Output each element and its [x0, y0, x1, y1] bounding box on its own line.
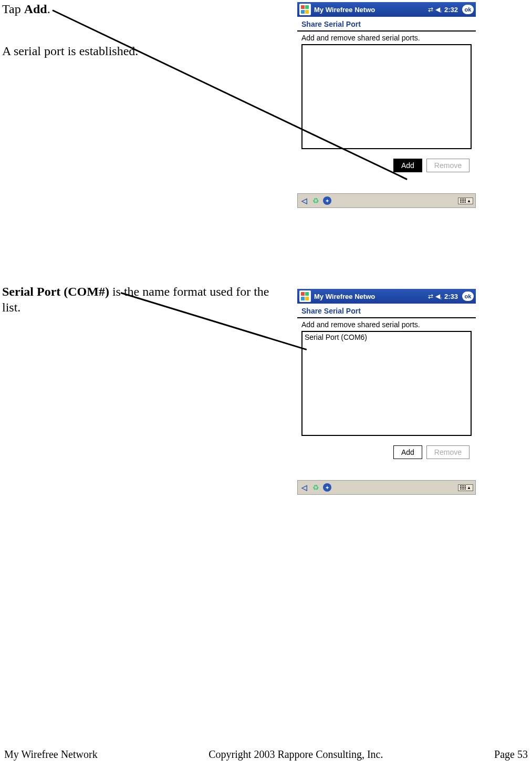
footer-left: My Wirefree Network	[4, 748, 98, 761]
pda-screenshot-1: My Wirefree Netwo ⇄ ◀꜀ 2:32 ok Share Ser…	[297, 2, 476, 208]
back-icon[interactable]: ◁	[300, 483, 308, 492]
serial-ports-listbox[interactable]	[301, 44, 472, 149]
bottom-toolbar: ◁ ♻ ✦ ▲	[297, 193, 476, 208]
refresh-icon[interactable]: ♻	[311, 196, 320, 205]
titlebar: My Wirefree Netwo ⇄ ◀꜀ 2:32 ok	[297, 2, 476, 17]
divider	[297, 317, 476, 318]
bottom-toolbar: ◁ ♻ ✦ ▲	[297, 480, 476, 495]
windows-start-icon[interactable]	[299, 290, 311, 302]
serial-ports-listbox[interactable]: Serial Port (COM6)	[301, 331, 472, 436]
titlebar: My Wirefree Netwo ⇄ ◀꜀ 2:33 ok	[297, 289, 476, 304]
volume-icon[interactable]: ◀꜀	[435, 6, 442, 13]
instruction-established: A serial port is established.	[2, 44, 138, 58]
connectivity-icon[interactable]: ⇄	[428, 293, 433, 300]
description-text: Add and remove shared serial ports.	[301, 320, 472, 329]
remove-button[interactable]: Remove	[426, 445, 470, 459]
text-serial-bold: Serial Port (COM#)	[2, 285, 109, 298]
refresh-icon[interactable]: ♻	[311, 483, 320, 492]
screen-subtitle: Share Serial Port	[297, 304, 476, 317]
description-text: Add and remove shared serial ports.	[301, 34, 472, 42]
pda-screenshot-2: My Wirefree Netwo ⇄ ◀꜀ 2:33 ok Share Ser…	[297, 289, 476, 495]
windows-start-icon[interactable]	[299, 4, 311, 15]
divider	[297, 30, 476, 32]
list-item[interactable]: Serial Port (COM6)	[305, 333, 468, 341]
text-tap: Tap	[2, 2, 24, 16]
back-icon[interactable]: ◁	[300, 196, 308, 205]
content-area: Add and remove shared serial ports. Add …	[297, 34, 476, 178]
text-period: .	[47, 2, 50, 16]
add-button[interactable]: Add	[393, 445, 422, 459]
footer-center: Copyright 2003 Rappore Consulting, Inc.	[98, 748, 494, 761]
app-title: My Wirefree Netwo	[314, 293, 375, 300]
keyboard-icon[interactable]: ▲	[458, 197, 473, 204]
button-row: Add Remove	[301, 445, 472, 459]
connectivity-icon[interactable]: ⇄	[428, 6, 433, 13]
volume-icon[interactable]: ◀꜀	[435, 293, 442, 300]
add-button[interactable]: Add	[393, 159, 422, 172]
content-area: Add and remove shared serial ports. Seri…	[297, 320, 476, 464]
screen-subtitle: Share Serial Port	[297, 17, 476, 30]
clock-time[interactable]: 2:33	[444, 293, 458, 300]
app-title: My Wirefree Netwo	[314, 6, 375, 14]
footer-right: Page 53	[494, 748, 528, 761]
ok-button[interactable]: ok	[462, 5, 474, 14]
clock-icon[interactable]: ✦	[323, 196, 331, 205]
text-add-bold: Add	[24, 2, 47, 16]
page-footer: My Wirefree Network Copyright 2003 Rappo…	[0, 748, 532, 761]
clock-icon[interactable]: ✦	[323, 483, 331, 492]
keyboard-icon[interactable]: ▲	[458, 484, 473, 491]
clock-time[interactable]: 2:32	[444, 6, 458, 14]
remove-button[interactable]: Remove	[426, 159, 470, 172]
ok-button[interactable]: ok	[462, 292, 474, 301]
instruction-tap-add: Tap Add.	[2, 2, 50, 16]
